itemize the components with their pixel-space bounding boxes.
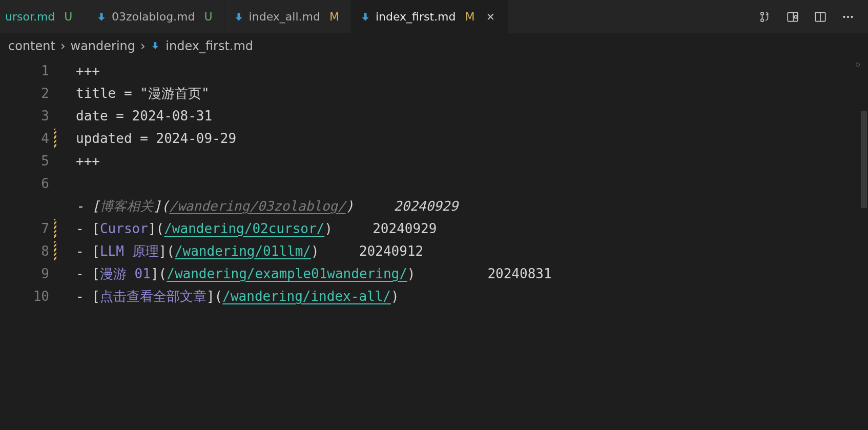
chevron-right-icon: ›	[140, 39, 146, 53]
line-number: 1	[0, 59, 49, 82]
line-number: 8	[0, 240, 49, 262]
line-number: 5	[0, 150, 49, 172]
svg-point-0	[761, 12, 763, 14]
minimap-cursor-icon	[856, 63, 860, 67]
code-line[interactable]	[76, 172, 868, 195]
scrollbar-thumb[interactable]	[861, 111, 867, 208]
svg-rect-2	[788, 12, 798, 21]
line-number: 2	[0, 82, 49, 105]
tab-label: 03zolablog.md	[112, 10, 195, 23]
code-line[interactable]: updated = 2024-09-29	[76, 127, 868, 150]
tab-label: index_first.md	[376, 10, 456, 23]
line-number: 6	[0, 172, 49, 195]
markdown-icon	[96, 12, 107, 22]
compare-changes-icon[interactable]	[758, 10, 772, 24]
more-actions-icon[interactable]	[841, 10, 855, 24]
line-number: 10	[0, 285, 49, 308]
markdown-icon	[360, 12, 370, 22]
line-number-gutter: 12345678910	[0, 59, 66, 430]
code-line[interactable]: - [漫游 01](/wandering/example01wandering/…	[76, 262, 868, 285]
close-icon[interactable]: ✕	[485, 11, 496, 23]
line-number: 9	[0, 262, 49, 285]
code-line[interactable]: - [博客相关](/wandering/03zolablog/) 2024092…	[76, 195, 868, 217]
tab-label: index_all.md	[249, 10, 320, 23]
tab-status: M	[329, 10, 339, 23]
svg-point-8	[847, 15, 849, 17]
editor[interactable]: 12345678910 +++title = "漫游首页"date = 2024…	[0, 59, 868, 430]
code-line[interactable]: - [Cursor](/wandering/02cursor/) 2024092…	[76, 217, 868, 240]
tab-03zolablog[interactable]: 03zolablog.md U	[87, 0, 224, 33]
split-editor-icon[interactable]	[814, 10, 827, 24]
tab-index-all[interactable]: index_all.md M	[224, 0, 351, 33]
code-line[interactable]: - [点击查看全部文章](/wandering/index-all/)	[76, 285, 868, 308]
tab-cursor[interactable]: ursor.md U	[0, 0, 87, 33]
open-preview-icon[interactable]	[786, 10, 799, 24]
code-line[interactable]: +++	[76, 150, 868, 172]
line-number: 3	[0, 105, 49, 127]
tab-status: M	[465, 10, 474, 23]
tab-label: ursor.md	[5, 10, 55, 23]
svg-point-9	[851, 15, 853, 17]
tab-bar: ursor.md U 03zolablog.md U index_all.md …	[0, 0, 868, 34]
tab-status: U	[204, 10, 213, 23]
code-area[interactable]: +++title = "漫游首页"date = 2024-08-31update…	[66, 59, 868, 430]
breadcrumb-file[interactable]: index_first.md	[151, 39, 253, 53]
code-line[interactable]: +++	[76, 59, 868, 82]
tab-status: U	[64, 10, 72, 23]
markdown-icon	[234, 12, 244, 22]
markdown-icon	[151, 41, 160, 50]
tab-index-first[interactable]: index_first.md M ✕	[351, 0, 508, 33]
svg-point-7	[843, 15, 845, 17]
svg-point-4	[794, 15, 797, 18]
line-number: 4	[0, 127, 49, 150]
line-number	[0, 195, 49, 217]
chevron-right-icon: ›	[60, 39, 66, 53]
code-line[interactable]: title = "漫游首页"	[76, 82, 868, 105]
breadcrumb-file-label: index_first.md	[166, 39, 253, 53]
code-line[interactable]: date = 2024-08-31	[76, 105, 868, 127]
svg-point-1	[761, 18, 763, 21]
breadcrumb-segment[interactable]: content	[8, 39, 55, 53]
breadcrumb: content › wandering › index_first.md	[0, 34, 868, 59]
tab-actions	[743, 0, 868, 33]
breadcrumb-segment[interactable]: wandering	[71, 39, 136, 53]
vertical-scrollbar[interactable]	[860, 59, 868, 430]
line-number: 7	[0, 217, 49, 240]
code-line[interactable]: - [LLM 原理](/wandering/01llm/) 20240912	[76, 240, 868, 262]
